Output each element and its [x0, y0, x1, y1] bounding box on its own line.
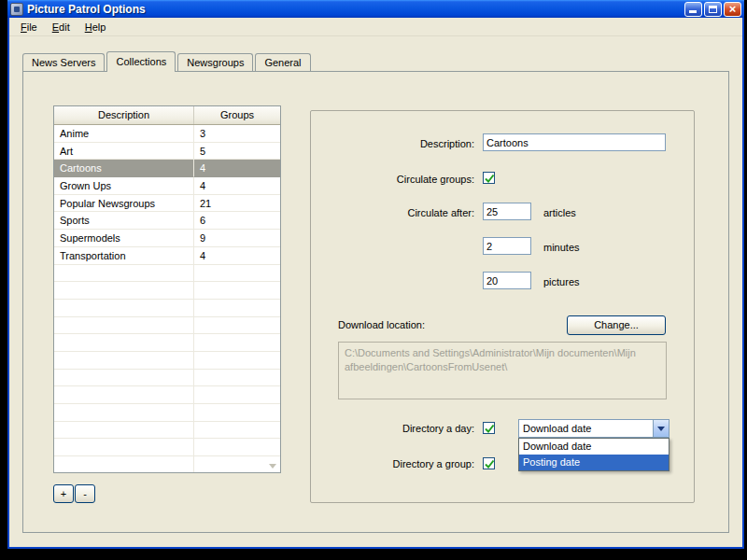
row-description: Sports	[54, 212, 194, 230]
table-row-empty[interactable]	[54, 317, 280, 335]
row-groups: 21	[194, 195, 280, 213]
table-row-empty[interactable]	[54, 282, 280, 300]
remove-collection-button[interactable]: -	[75, 484, 95, 503]
table-row-empty[interactable]	[54, 370, 280, 387]
add-collection-button[interactable]: +	[53, 484, 74, 503]
circulate-groups-checkbox[interactable]	[483, 172, 495, 184]
row-description: Art	[54, 143, 194, 161]
combobox-dropdown-button[interactable]	[653, 420, 669, 437]
row-groups: 4	[194, 247, 280, 265]
minutes-unit-label: minutes	[543, 242, 580, 253]
tab-news-servers[interactable]: News Servers	[22, 53, 105, 71]
row-groups: 6	[194, 212, 280, 230]
check-icon	[484, 173, 496, 185]
tab-strip: News Servers Collections Newsgroups Gene…	[22, 51, 313, 72]
minimize-button[interactable]	[684, 2, 702, 17]
maximize-button[interactable]	[704, 2, 722, 17]
combobox-value: Download date	[519, 420, 653, 437]
table-row-empty[interactable]	[54, 334, 280, 352]
row-groups: 9	[194, 230, 280, 247]
table-row[interactable]: Art 5	[54, 143, 280, 161]
row-description: Transportation	[54, 247, 194, 265]
directory-day-combobox[interactable]: Download date	[518, 419, 669, 438]
table-row-empty[interactable]	[54, 456, 280, 473]
table-row-empty[interactable]	[54, 386, 280, 404]
circulate-after-label: Circulate after:	[310, 207, 474, 218]
window-title: Picture Patrol Options	[27, 3, 146, 16]
row-description: Grown Ups	[54, 177, 194, 195]
download-path-field[interactable]: C:\Documents and Settings\Administrator\…	[338, 342, 667, 399]
column-header-description[interactable]: Description	[54, 106, 194, 124]
table-row[interactable]: Popular Newsgroups 21	[54, 195, 280, 213]
combobox-dropdown-list: Download date Posting date	[518, 438, 669, 471]
close-button[interactable]	[724, 2, 741, 17]
title-bar[interactable]: Picture Patrol Options	[7, 0, 744, 18]
check-icon	[484, 423, 496, 435]
directory-a-day-label: Directory a day:	[310, 423, 474, 434]
dropdown-option-posting-date[interactable]: Posting date	[519, 455, 669, 470]
row-groups: 4	[194, 160, 280, 177]
chevron-down-icon[interactable]	[269, 464, 276, 469]
row-description: Cartoons	[54, 160, 194, 177]
row-description: Anime	[54, 125, 194, 143]
directory-a-day-checkbox[interactable]	[483, 422, 495, 434]
articles-unit-label: articles	[543, 207, 576, 218]
options-window: Picture Patrol Options File Edit Help Ne…	[7, 0, 744, 549]
collections-list[interactable]: Description Groups Anime 3 Art 5 Cartoon…	[53, 105, 281, 473]
tab-collections[interactable]: Collections	[106, 51, 176, 72]
table-row-selected[interactable]: Cartoons 4	[54, 160, 280, 177]
table-row-empty[interactable]	[54, 404, 280, 422]
table-row-empty[interactable]	[54, 422, 280, 440]
table-row[interactable]: Supermodels 9	[54, 230, 280, 247]
table-row[interactable]: Sports 6	[54, 212, 280, 230]
menu-file[interactable]: File	[13, 20, 45, 35]
description-label: Description:	[310, 138, 474, 149]
table-row[interactable]: Grown Ups 4	[54, 177, 280, 195]
row-description: Popular Newsgroups	[54, 195, 194, 213]
articles-input[interactable]	[483, 203, 531, 220]
tab-general[interactable]: General	[255, 53, 310, 71]
check-icon	[484, 458, 496, 470]
menu-bar: File Edit Help	[9, 18, 742, 36]
description-input[interactable]	[483, 133, 666, 151]
chevron-down-icon	[657, 427, 665, 431]
table-row[interactable]: Transportation 4	[54, 247, 280, 265]
table-row-empty[interactable]	[54, 265, 280, 283]
row-groups: 5	[194, 143, 280, 161]
table-row-empty[interactable]	[54, 352, 280, 370]
menu-edit[interactable]: Edit	[45, 20, 78, 35]
dropdown-option-download-date[interactable]: Download date	[519, 439, 669, 455]
pictures-unit-label: pictures	[543, 276, 580, 287]
directory-a-group-label: Directory a group:	[310, 458, 474, 469]
pictures-input[interactable]	[483, 272, 531, 289]
row-groups: 4	[194, 177, 280, 195]
tab-newsgroups[interactable]: Newsgroups	[177, 53, 253, 71]
change-location-button[interactable]: Change...	[567, 315, 666, 335]
table-row[interactable]: Anime 3	[54, 125, 280, 143]
download-location-label: Download location:	[338, 319, 425, 330]
menu-help[interactable]: Help	[78, 20, 114, 35]
row-groups: 3	[194, 125, 280, 143]
list-header: Description Groups	[54, 106, 280, 125]
minimize-icon	[689, 10, 697, 13]
directory-a-group-checkbox[interactable]	[483, 457, 495, 469]
column-header-groups[interactable]: Groups	[194, 106, 280, 124]
table-row-empty[interactable]	[54, 439, 280, 456]
app-icon	[10, 3, 23, 16]
minutes-input[interactable]	[483, 237, 531, 255]
circulate-groups-label: Circulate groups:	[310, 174, 474, 185]
row-description: Supermodels	[54, 230, 194, 247]
maximize-icon	[709, 6, 717, 13]
table-row-empty[interactable]	[54, 300, 280, 317]
